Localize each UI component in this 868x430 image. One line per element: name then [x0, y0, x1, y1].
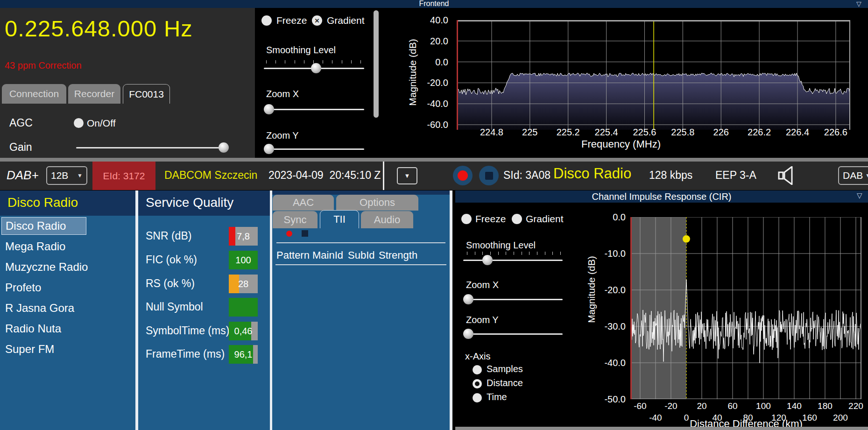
fe-gradient-radio[interactable]: ✕: [312, 15, 322, 26]
band-select[interactable]: DAB ▼: [838, 166, 868, 185]
expand-dropdown-button[interactable]: ▼: [397, 167, 417, 184]
service-item[interactable]: R Jasna Gora: [1, 299, 86, 317]
cir-ytick: -50.0: [586, 394, 626, 405]
tab-fc0013[interactable]: FC0013: [123, 84, 170, 104]
cir-zoomx-slider-track[interactable]: [463, 299, 563, 300]
cir-header-bar: Channel Impulse Response (CIR) ▽: [455, 190, 868, 203]
stop-button[interactable]: [479, 166, 499, 185]
tab-aac[interactable]: AAC: [273, 195, 334, 211]
fe-zoomy-slider-handle[interactable]: [264, 144, 274, 154]
channel-value: 12B: [51, 170, 68, 181]
agc-label: AGC: [9, 117, 33, 129]
cir-xtick: 40: [712, 413, 722, 423]
record-button[interactable]: [453, 166, 473, 185]
quality-header-bar: Service Quality: [138, 190, 270, 216]
xaxis-option-label: Time: [487, 392, 507, 402]
cir-zoomy-label: Zoom Y: [466, 315, 499, 325]
fe-zoomx-slider-handle[interactable]: [264, 104, 274, 114]
fe-xtick: 226.2: [748, 127, 771, 138]
xaxis-option-time[interactable]: [473, 393, 482, 402]
service-id: SId: 3A08: [503, 169, 550, 182]
tab-tii[interactable]: TII: [320, 210, 359, 228]
cir-smoothing-slider-handle[interactable]: [482, 255, 493, 265]
service-item[interactable]: Super FM: [1, 340, 86, 358]
tii-col-header: SubId: [348, 249, 375, 261]
detail-tabs-panel: AACOptionsSyncTIIAudioPatternMainIdSubId…: [272, 190, 450, 430]
fe-scrollbar[interactable]: [374, 10, 379, 118]
fe-zoomx-slider-track[interactable]: [264, 109, 364, 110]
service-item[interactable]: Radio Nuta: [1, 320, 86, 338]
cir-xtick: 20: [697, 401, 706, 411]
channel-select[interactable]: 12B ▼: [46, 166, 87, 185]
status-bar: DAB+ 12B ▼ EId: 3172 DABCOM Szczecin 202…: [0, 162, 868, 190]
tii-col-header: Pattern: [276, 249, 310, 261]
cir-smoothing-slider-tick: [560, 252, 561, 255]
collapse-triangle-icon[interactable]: ▽: [857, 191, 862, 200]
cir-zoomy-slider-track[interactable]: [463, 333, 563, 335]
cir-horizontal-scrollbar[interactable]: [455, 427, 868, 430]
cir-smoothing-slider-tick: [482, 252, 483, 255]
cir-smoothing-slider-track[interactable]: [463, 260, 563, 261]
fe-zoomy-slider-track[interactable]: [264, 148, 364, 150]
xaxis-option-distance[interactable]: [473, 379, 482, 388]
tab-sync[interactable]: Sync: [273, 211, 318, 228]
quality-bar: [229, 298, 258, 317]
cir-smoothing-slider-tick: [467, 252, 467, 255]
gain-slider-handle[interactable]: [219, 142, 229, 153]
cir-gradient-radio[interactable]: [512, 214, 522, 224]
cir-freeze-radio[interactable]: [461, 214, 472, 224]
tab-recorder[interactable]: Recorder: [68, 84, 120, 104]
xaxis-option-samples[interactable]: [473, 365, 482, 374]
cir-smoothing-slider-tick: [514, 252, 514, 255]
sync-status-square: [302, 230, 308, 237]
mode-label: DAB+: [7, 168, 39, 183]
quality-label: SNR (dB): [146, 230, 191, 242]
quality-value: 7,8: [229, 227, 258, 246]
quality-label: FIC (ok %): [146, 254, 197, 266]
agc-onoff-label: On/Off: [87, 118, 115, 129]
chevron-down-icon: ▼: [404, 172, 410, 179]
quality-body: SNR (dB)7,8FIC (ok %)100RS (ok %)28Null …: [138, 216, 270, 430]
tab-connection[interactable]: Connection: [2, 84, 66, 104]
tab-options[interactable]: Options: [336, 195, 418, 211]
fe-smoothing-slider-handle[interactable]: [311, 63, 321, 73]
app-window: Frontend ▽ 0.225.648.000 Hz 43 ppm Corre…: [0, 0, 868, 430]
speaker-icon[interactable]: [777, 166, 799, 185]
cir-xtick: -40: [649, 413, 662, 423]
fe-smoothing-slider-tick: [323, 60, 323, 63]
service-item[interactable]: Profeto: [1, 279, 86, 296]
service-item[interactable]: Mega Radio: [1, 238, 86, 255]
services-header: Disco Radio: [7, 195, 78, 210]
fe-xtick: 225: [522, 127, 537, 138]
cir-title: Channel Impulse Response (CIR): [455, 191, 868, 202]
gain-slider-track[interactable]: [76, 147, 228, 148]
fe-ytick: 0.0: [411, 56, 448, 67]
service-item[interactable]: Muzyczne Radio: [1, 258, 86, 276]
fe-smoothing-slider-tick: [360, 60, 361, 63]
agc-radio[interactable]: [74, 118, 84, 128]
cir-plot[interactable]: [630, 217, 861, 399]
cir-zoomx-slider-handle[interactable]: [463, 294, 473, 304]
service-item[interactable]: Disco Radio: [1, 217, 86, 235]
fe-smoothing-slider-tick: [351, 60, 352, 63]
fe-smoothing-label: Smoothing Level: [266, 45, 336, 56]
cir-xtick: -20: [664, 401, 677, 411]
frontend-spectrum-plot[interactable]: [457, 20, 850, 130]
fe-xtick: 225.2: [557, 127, 580, 138]
fe-ytick: 40.0: [411, 15, 448, 26]
tab-audio[interactable]: Audio: [361, 211, 413, 228]
quality-bar: 96,1: [229, 345, 258, 364]
quality-label: Null Symbol: [146, 301, 203, 313]
tii-col-header: Strength: [379, 249, 417, 261]
ensemble-id-badge: EId: 3172: [92, 162, 155, 190]
cir-zoomy-slider-handle[interactable]: [463, 329, 473, 339]
quality-label: RS (ok %): [146, 277, 195, 290]
fe-x-axis-label: Frequency (MHz): [581, 138, 661, 150]
cir-zoomx-label: Zoom X: [466, 280, 499, 290]
cir-freeze-label: Freeze: [475, 213, 506, 225]
cir-xtick: 180: [818, 401, 833, 411]
cir-xtick: 200: [833, 413, 848, 423]
fe-freeze-radio[interactable]: [261, 15, 272, 26]
cir-xtick: 100: [756, 401, 771, 411]
collapse-triangle-icon[interactable]: ▽: [856, 0, 861, 7]
